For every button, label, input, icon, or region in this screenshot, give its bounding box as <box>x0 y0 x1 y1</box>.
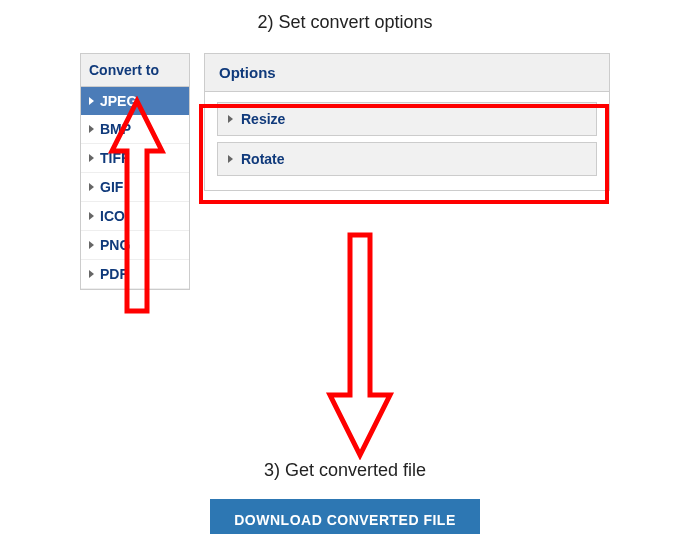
chevron-right-icon <box>228 115 233 123</box>
option-rotate[interactable]: Rotate <box>217 142 597 176</box>
format-label: ICO <box>100 208 125 224</box>
format-label: PDF <box>100 266 128 282</box>
format-item-gif[interactable]: GIF <box>81 173 189 202</box>
options-header: Options <box>205 54 609 92</box>
format-item-tiff[interactable]: TIFF <box>81 144 189 173</box>
format-label: TIFF <box>100 150 130 166</box>
format-label: JPEG <box>100 93 137 109</box>
format-item-ico[interactable]: ICO <box>81 202 189 231</box>
convert-to-header: Convert to <box>81 54 189 87</box>
chevron-right-icon <box>89 154 94 162</box>
chevron-right-icon <box>89 241 94 249</box>
option-label: Rotate <box>241 151 285 167</box>
download-converted-file-button[interactable]: DOWNLOAD CONVERTED FILE <box>210 499 480 534</box>
option-resize[interactable]: Resize <box>217 102 597 136</box>
chevron-right-icon <box>89 212 94 220</box>
chevron-right-icon <box>228 155 233 163</box>
format-item-jpeg[interactable]: JPEG <box>81 87 189 115</box>
format-item-pdf[interactable]: PDF <box>81 260 189 289</box>
format-item-png[interactable]: PNG <box>81 231 189 260</box>
chevron-right-icon <box>89 125 94 133</box>
step2-title: 2) Set convert options <box>0 12 690 33</box>
convert-to-panel: Convert to JPEG BMP TIFF GIF ICO <box>80 53 190 290</box>
step3-title: 3) Get converted file <box>0 460 690 481</box>
chevron-right-icon <box>89 270 94 278</box>
format-label: GIF <box>100 179 123 195</box>
chevron-right-icon <box>89 183 94 191</box>
options-panel: Options Resize Rotate <box>204 53 610 191</box>
chevron-right-icon <box>89 97 94 105</box>
option-label: Resize <box>241 111 285 127</box>
format-list: JPEG BMP TIFF GIF ICO PNG <box>81 87 189 289</box>
options-body: Resize Rotate <box>205 92 609 190</box>
format-label: BMP <box>100 121 131 137</box>
format-label: PNG <box>100 237 130 253</box>
format-item-bmp[interactable]: BMP <box>81 115 189 144</box>
